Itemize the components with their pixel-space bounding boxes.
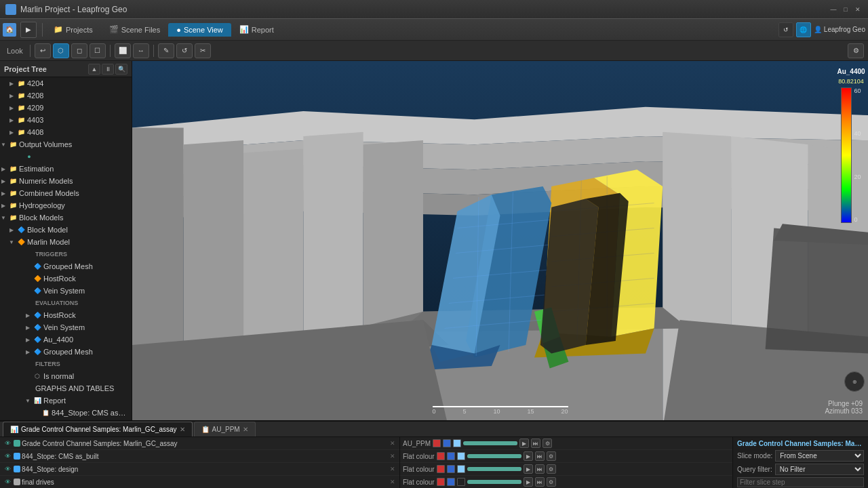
panel-pause-button[interactable]: ⏸ [102, 64, 114, 75]
opacity-slider-0[interactable] [463, 441, 517, 445]
tree-toggle-vein_system2[interactable]: ▶ [24, 324, 31, 331]
cfg-btn-3[interactable]: ⚙ [547, 477, 556, 487]
frame-btn-3[interactable]: ⏭ [535, 477, 545, 487]
tree-item-n4408[interactable]: ▶📁4408 [0, 126, 132, 138]
tree-toggle-output_vol[interactable]: ▼ [0, 141, 7, 148]
opacity-slider-3[interactable] [467, 480, 521, 484]
tree-item-grouped_mesh[interactable]: 🔷Grouped Mesh [0, 260, 132, 272]
layer-row-gc_assay_layer[interactable]: 👁 Grade Control Channel Samples: Marlin_… [0, 437, 399, 450]
tree-toggle-hostrock[interactable] [24, 275, 31, 282]
colour-swatch-1-2[interactable] [457, 452, 465, 460]
3d-viewport[interactable]: Au_4400 80.82104 60 40 20 0 0 5 [132, 61, 868, 420]
layer-row-stope_design[interactable]: 👁 844_Stope: design ✕ [0, 463, 399, 476]
panel-search-button[interactable]: 🔍 [115, 64, 127, 75]
tree-item-hostrock2[interactable]: ▶🔷HostRock [0, 309, 132, 321]
gc-assay-close-button[interactable]: ✕ [180, 426, 185, 433]
panel-up-button[interactable]: ▲ [88, 64, 100, 75]
tree-item-marlin_model[interactable]: ▼🔶Marlin Model [0, 236, 132, 248]
tree-toggle-grouped_mesh[interactable] [24, 263, 31, 270]
tree-toggle-triggers_header[interactable] [16, 251, 23, 258]
tree-item-vein_system[interactable]: 🔷Vein System [0, 285, 132, 297]
layer-row-final_drives[interactable]: 👁 final drives ✕ [0, 476, 399, 488]
colour-swatch-1-1[interactable] [447, 452, 455, 460]
opacity-slider-2[interactable] [467, 467, 521, 471]
colour-swatch-0-1[interactable] [443, 439, 451, 447]
tree-toggle-report1[interactable] [33, 409, 39, 416]
tree-toggle-hydrogeology[interactable]: ▶ [0, 202, 7, 209]
filter-slice-input[interactable] [737, 477, 864, 487]
tree-item-block_model[interactable]: ▶🔷Block Model [0, 224, 132, 236]
tab-au-ppm[interactable]: 📋 AU_PPM ✕ [194, 422, 256, 436]
tree-item-hostrock[interactable]: 🔶HostRock [0, 272, 132, 285]
maximize-button[interactable]: □ [841, 5, 850, 14]
tree-item-combined_models[interactable]: ▶📁Combined Models [0, 187, 132, 199]
play-btn-2[interactable]: ▶ [524, 464, 533, 474]
tree-item-report2[interactable]: 📋844_Stope: CMS as_built [0, 419, 132, 420]
tree-toggle-unknown[interactable] [16, 153, 23, 160]
settings-button[interactable]: ⚙ [848, 43, 864, 58]
slice-mode-select[interactable]: From Scene [775, 450, 864, 462]
cfg-btn-0[interactable]: ⚙ [542, 439, 552, 448]
layer-vis-btn-stope_design[interactable]: 👁 [3, 464, 12, 474]
colour-swatch-3-2[interactable] [457, 478, 465, 486]
tree-toggle-n4204[interactable]: ▶ [8, 80, 15, 87]
play-btn-0[interactable]: ▶ [519, 439, 529, 448]
cut-button[interactable]: ✂ [195, 43, 211, 58]
tab-projects[interactable]: 📁 Projects [45, 22, 101, 37]
tree-toggle-n4209[interactable]: ▶ [8, 104, 15, 111]
tree-toggle-n4208[interactable]: ▶ [8, 92, 15, 99]
zoom-button[interactable]: ◻ [71, 43, 87, 58]
frame-btn-0[interactable]: ⏭ [531, 439, 540, 448]
tree-toggle-graphs_tables[interactable] [16, 385, 23, 392]
tree-item-n4208[interactable]: ▶📁4208 [0, 89, 132, 102]
tree-toggle-estimation[interactable]: ▶ [0, 165, 7, 172]
layer-close-btn-stope_cms[interactable]: ✕ [389, 452, 397, 460]
tree-toggle-vein_system[interactable] [24, 287, 31, 294]
tree-item-is_normal[interactable]: ⬡Is normal [0, 370, 132, 382]
tree-toggle-numeric_models[interactable]: ▶ [0, 178, 7, 184]
tree-toggle-au4400[interactable]: ▶ [24, 336, 31, 343]
sync-button[interactable]: ↺ [778, 22, 793, 37]
pan-button[interactable]: ☐ [90, 43, 106, 58]
tab-scene-files[interactable]: 🎬 Scene Files [101, 22, 168, 37]
colour-swatch-0-2[interactable] [453, 439, 461, 447]
tree-toggle-block_models[interactable]: ▼ [0, 214, 7, 221]
query-filter-select[interactable]: No Filter [775, 464, 864, 475]
tab-scene-view[interactable]: ● Scene View [168, 23, 231, 37]
play-button[interactable]: ▶ [20, 22, 37, 38]
tree-item-report1[interactable]: 📋844_Stope: CMS as_built [0, 407, 132, 419]
tree-toggle-filters_header[interactable] [16, 361, 23, 367]
layer-vis-btn-final_drives[interactable]: 👁 [3, 477, 12, 487]
tree-item-block_models[interactable]: ▼📁Block Models [0, 211, 132, 224]
cfg-btn-2[interactable]: ⚙ [547, 464, 556, 474]
tree-item-output_vol[interactable]: ▼📁Output Volumes [0, 138, 132, 150]
layer-close-btn-stope_design[interactable]: ✕ [389, 465, 397, 473]
orbit-button[interactable]: ⬡ [53, 43, 69, 58]
tree-item-hydrogeology[interactable]: ▶📁Hydrogeology [0, 199, 132, 211]
tree-item-report[interactable]: ▼📊Report [0, 394, 132, 407]
tab-gc-assay[interactable]: 📊 Grade Control Channel Samples: Marlin_… [3, 422, 193, 436]
frame-btn-2[interactable]: ⏭ [535, 464, 545, 474]
tree-item-evaluations_header[interactable]: EVALUATIONS [0, 297, 132, 309]
tree-toggle-marlin_model[interactable]: ▼ [8, 239, 15, 245]
play-btn-1[interactable]: ▶ [524, 451, 533, 461]
tree-item-au4400[interactable]: ▶🔷Au_4400 [0, 333, 132, 346]
colour-swatch-1-0[interactable] [437, 452, 445, 460]
tree-item-triggers_header[interactable]: TRIGGERS [0, 248, 132, 260]
cfg-btn-1[interactable]: ⚙ [547, 451, 556, 461]
clip-button[interactable]: ↔ [133, 43, 149, 58]
measure-button[interactable]: ✎ [158, 43, 174, 58]
undo-button[interactable]: ↺ [176, 43, 193, 58]
frame-btn-1[interactable]: ⏭ [535, 451, 545, 461]
play-btn-3[interactable]: ▶ [524, 477, 533, 487]
close-button[interactable]: ✕ [853, 5, 863, 14]
colour-swatch-3-0[interactable] [437, 478, 445, 486]
select-button[interactable]: ⬜ [115, 43, 131, 58]
au-ppm-close-button[interactable]: ✕ [243, 426, 248, 433]
tree-toggle-is_normal[interactable] [24, 373, 31, 380]
tree-item-n4209[interactable]: ▶📁4209 [0, 102, 132, 114]
colour-swatch-3-1[interactable] [447, 478, 455, 486]
colour-swatch-2-1[interactable] [447, 465, 455, 473]
colour-swatch-2-0[interactable] [437, 465, 445, 473]
tree-item-n4403[interactable]: ▶📁4403 [0, 114, 132, 126]
